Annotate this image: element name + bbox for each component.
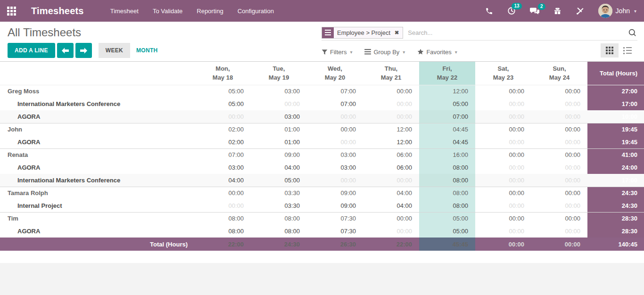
grid-cell: 00:00 <box>531 212 587 225</box>
search-options: Filters ▾ Group By ▾ Favorites ▾ <box>322 46 457 58</box>
grid-cell[interactable]: 03:30 <box>251 199 307 212</box>
grid-cell[interactable]: 00:00 <box>363 110 419 123</box>
footer-day-total: 26:30 <box>307 238 363 251</box>
avatar-face <box>598 4 612 18</box>
grid-cell[interactable]: 12:00 <box>363 136 419 148</box>
tools-icon[interactable] <box>576 7 584 15</box>
favorites-menu[interactable]: Favorites ▾ <box>417 49 457 56</box>
next-week-button[interactable] <box>75 43 92 58</box>
grid-cell[interactable]: 08:00 <box>419 174 475 187</box>
grid-cell[interactable]: 08:00 <box>419 199 475 212</box>
row-total: 19:45 <box>587 123 644 136</box>
grid-cell[interactable]: 00:00 <box>531 110 587 123</box>
project-label: Internal Project <box>0 199 195 212</box>
range-week-button[interactable]: WEEK <box>99 43 130 58</box>
facet-remove-icon[interactable]: ✖ <box>394 27 403 38</box>
grid-cell: 12:00 <box>363 123 419 136</box>
previous-week-button[interactable] <box>57 43 74 58</box>
grid-cell: 04:45 <box>419 123 475 136</box>
project-row: Internal Project00:0003:3009:0004:0008:0… <box>0 199 644 212</box>
grid-cell[interactable]: 07:00 <box>419 110 475 123</box>
grid-cell[interactable]: 05:00 <box>251 174 307 187</box>
project-label: AGORA <box>0 225 195 238</box>
add-a-line-button[interactable]: ADD A LINE <box>8 43 55 58</box>
grid-cell[interactable]: 00:00 <box>475 110 531 123</box>
grid-cell[interactable]: 00:00 <box>307 110 363 123</box>
phone-icon[interactable] <box>485 7 493 15</box>
apps-menu-icon[interactable] <box>0 0 23 22</box>
grid-cell[interactable]: 00:00 <box>475 174 531 187</box>
grid-view-button[interactable] <box>601 43 619 57</box>
list-view-button[interactable] <box>619 43 636 57</box>
grid-cell[interactable]: 00:00 <box>363 98 419 110</box>
grid-cell[interactable]: 00:00 <box>475 98 531 110</box>
grid-cell: 00:00 <box>363 212 419 225</box>
grid-cell[interactable]: 04:00 <box>251 161 307 174</box>
grid-cell[interactable]: 00:00 <box>363 174 419 187</box>
avatar <box>598 4 612 18</box>
grid-cell[interactable]: 04:00 <box>195 174 251 187</box>
grid-cell[interactable]: 07:00 <box>307 98 363 110</box>
grid-cell: 16:00 <box>419 148 475 161</box>
grid-cell[interactable]: 00:00 <box>475 225 531 238</box>
grid-cell[interactable]: 00:00 <box>195 110 251 123</box>
grid-cell[interactable]: 00:00 <box>475 136 531 148</box>
grid-cell[interactable]: 00:00 <box>475 199 531 212</box>
grid-cell[interactable]: 09:00 <box>307 199 363 212</box>
grid-cell[interactable]: 04:00 <box>363 199 419 212</box>
nav-menu-item-reporting[interactable]: Reporting <box>197 8 223 15</box>
activity-count-badge: 13 <box>512 3 521 9</box>
search-input[interactable] <box>407 29 628 37</box>
grid-cell[interactable]: 00:00 <box>531 161 587 174</box>
nav-menu-item-configuration[interactable]: Configuration <box>238 8 274 15</box>
user-menu[interactable]: John ▾ <box>598 4 636 18</box>
filters-menu[interactable]: Filters ▾ <box>322 49 352 56</box>
grid-cell[interactable]: 00:00 <box>307 136 363 148</box>
nav-menu-item-to-validate[interactable]: To Validate <box>153 8 182 15</box>
grid-cell[interactable]: 05:00 <box>419 98 475 110</box>
grid-cell: 08:00 <box>251 212 307 225</box>
grid-cell[interactable]: 01:00 <box>251 136 307 148</box>
grid-cell[interactable]: 00:00 <box>531 174 587 187</box>
grid-cell[interactable]: 00:00 <box>531 225 587 238</box>
gift-icon[interactable] <box>553 7 561 15</box>
messages-icon[interactable]: 2 <box>530 7 539 15</box>
grid-cell[interactable]: 05:00 <box>419 225 475 238</box>
grid-cell[interactable]: 00:00 <box>475 161 531 174</box>
grid-cell[interactable]: 00:00 <box>307 174 363 187</box>
grid-cell: 03:00 <box>251 85 307 98</box>
grid-cell: 07:00 <box>195 148 251 161</box>
grid-cell[interactable]: 08:00 <box>195 225 251 238</box>
footer-day-total: 22:00 <box>195 238 251 251</box>
grid-cell[interactable]: 07:30 <box>307 225 363 238</box>
employee-row: John02:0001:0000:0012:0004:4500:0000:001… <box>0 123 644 136</box>
search-icon[interactable] <box>628 28 637 37</box>
grid-cell[interactable]: 05:00 <box>195 98 251 110</box>
grid-cell[interactable]: 00:00 <box>251 98 307 110</box>
grid-cell: 09:00 <box>307 187 363 199</box>
grid-cell[interactable]: 03:00 <box>195 161 251 174</box>
grid-cell[interactable]: 03:00 <box>251 110 307 123</box>
content-spacer <box>0 251 644 263</box>
main-menu: TimesheetTo ValidateReportingConfigurati… <box>110 8 274 15</box>
group-by-menu[interactable]: Group By ▾ <box>364 49 405 56</box>
grid-cell[interactable]: 08:00 <box>251 225 307 238</box>
grid-cell[interactable]: 03:00 <box>307 161 363 174</box>
grid-cell[interactable]: 00:00 <box>531 199 587 212</box>
grid-cell[interactable]: 06:00 <box>363 161 419 174</box>
range-month-button[interactable]: MONTH <box>130 43 164 58</box>
grid-cell[interactable]: 00:00 <box>531 136 587 148</box>
grid-cell[interactable]: 00:00 <box>363 225 419 238</box>
activity-clock-icon[interactable]: 13 <box>507 7 516 15</box>
column-header-may-22: Fri,May 22 <box>419 62 475 85</box>
grid-cell[interactable]: 02:00 <box>195 136 251 148</box>
total-column-header: Total (Hours) <box>587 62 644 85</box>
row-total: 24:30 <box>587 199 644 212</box>
nav-menu-item-timesheet[interactable]: Timesheet <box>110 8 139 15</box>
grid-cell[interactable]: 04:45 <box>419 136 475 148</box>
grid-cell: 00:00 <box>363 85 419 98</box>
project-row: AGORA00:0003:0000:0000:0007:0000:0000:00… <box>0 110 644 123</box>
grid-cell[interactable]: 08:00 <box>419 161 475 174</box>
grid-cell[interactable]: 00:00 <box>195 199 251 212</box>
grid-cell[interactable]: 00:00 <box>531 98 587 110</box>
